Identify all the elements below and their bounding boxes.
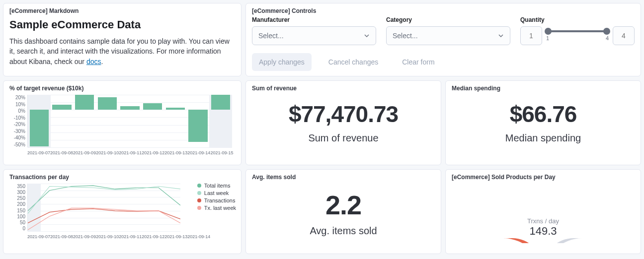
avg-items-sub: Avg. items sold bbox=[252, 225, 435, 237]
panel-title: [eCommerce] Controls bbox=[252, 7, 635, 14]
controls-panel: [eCommerce] Controls Manufacturer Select… bbox=[245, 3, 641, 76]
gauge-value: 149.3 bbox=[452, 225, 635, 238]
apply-changes-button[interactable]: Apply changes bbox=[252, 53, 312, 71]
category-select[interactable]: Select... bbox=[386, 26, 510, 45]
legend-label: Last week bbox=[204, 190, 229, 196]
quantity-label: Quantity bbox=[520, 16, 635, 23]
quantity-group: Quantity 1 4 bbox=[520, 16, 635, 45]
cancel-changes-button[interactable]: Cancel changes bbox=[322, 53, 385, 71]
legend-dot bbox=[197, 191, 201, 195]
slider-thumb-min[interactable] bbox=[545, 28, 552, 35]
panel-title: Avg. items sold bbox=[252, 174, 435, 181]
transactions-panel: Transactions per day 3503002502001501005… bbox=[3, 169, 242, 254]
markdown-text: This dashboard contains sample data for … bbox=[9, 37, 230, 65]
manufacturer-group: Manufacturer Select... bbox=[252, 16, 376, 45]
panel-title: [eCommerce] Sold Products per Day bbox=[452, 174, 635, 181]
panel-title: [eCommerce] Markdown bbox=[9, 7, 235, 14]
legend-label: Tx. last week bbox=[204, 205, 236, 211]
transactions-chart: 3503002502001501005002021-09-072021-09-0… bbox=[27, 184, 180, 238]
panel-title: Transactions per day bbox=[9, 174, 235, 181]
median-sub: Median spending bbox=[452, 132, 635, 144]
legend-dot bbox=[197, 184, 201, 188]
target-revenue-panel: % of target revenue ($10k) 20%10%0%-10%-… bbox=[3, 80, 242, 165]
manufacturer-label: Manufacturer bbox=[252, 16, 376, 23]
select-placeholder: Select... bbox=[258, 32, 284, 40]
gauge-panel: [eCommerce] Sold Products per Day Trxns … bbox=[445, 169, 641, 254]
markdown-body: This dashboard contains sample data for … bbox=[9, 36, 235, 66]
avg-items-panel: Avg. items sold 2.2 Avg. items sold bbox=[245, 169, 441, 254]
select-placeholder: Select... bbox=[393, 32, 418, 40]
manufacturer-select[interactable]: Select... bbox=[252, 26, 376, 45]
markdown-text-end: . bbox=[101, 58, 103, 65]
median-value: $66.76 bbox=[452, 101, 635, 128]
quantity-max-input[interactable] bbox=[613, 26, 635, 45]
chevron-down-icon bbox=[364, 33, 370, 39]
category-label: Category bbox=[386, 16, 510, 23]
line-legend: Total items Last week Transactions Tx. l… bbox=[197, 183, 236, 212]
sum-revenue-value: $77,470.73 bbox=[252, 101, 435, 128]
legend-label: Total items bbox=[204, 183, 231, 189]
legend-dot bbox=[197, 206, 201, 210]
sum-revenue-sub: Sum of revenue bbox=[252, 132, 435, 144]
docs-link[interactable]: docs bbox=[86, 58, 101, 65]
median-spending-panel: Median spending $66.76 Median spending bbox=[445, 80, 641, 165]
chevron-down-icon bbox=[498, 33, 504, 39]
quantity-min-input[interactable] bbox=[520, 26, 542, 45]
clear-form-button[interactable]: Clear form bbox=[395, 53, 441, 71]
avg-items-value: 2.2 bbox=[252, 190, 435, 220]
slider-thumb-max[interactable] bbox=[603, 28, 610, 35]
panel-title: Sum of revenue bbox=[252, 85, 435, 92]
panel-title: % of target revenue ($10k) bbox=[9, 85, 235, 92]
category-group: Category Select... bbox=[386, 16, 510, 45]
slider-min-label: 1 bbox=[546, 35, 549, 41]
slider-max-label: 4 bbox=[606, 35, 609, 41]
panel-title: Median spending bbox=[452, 85, 635, 92]
markdown-panel: [eCommerce] Markdown Sample eCommerce Da… bbox=[3, 3, 242, 76]
legend-label: Transactions bbox=[204, 197, 236, 203]
legend-dot bbox=[197, 198, 201, 202]
gauge-label: Trxns / day bbox=[452, 217, 635, 225]
sum-revenue-panel: Sum of revenue $77,470.73 Sum of revenue bbox=[245, 80, 441, 165]
target-revenue-chart: 20%10%0%-10%-20%-30%-40%-50%2021-09-0720… bbox=[27, 95, 232, 154]
quantity-slider[interactable] bbox=[548, 30, 607, 32]
markdown-heading: Sample eCommerce Data bbox=[9, 18, 235, 31]
